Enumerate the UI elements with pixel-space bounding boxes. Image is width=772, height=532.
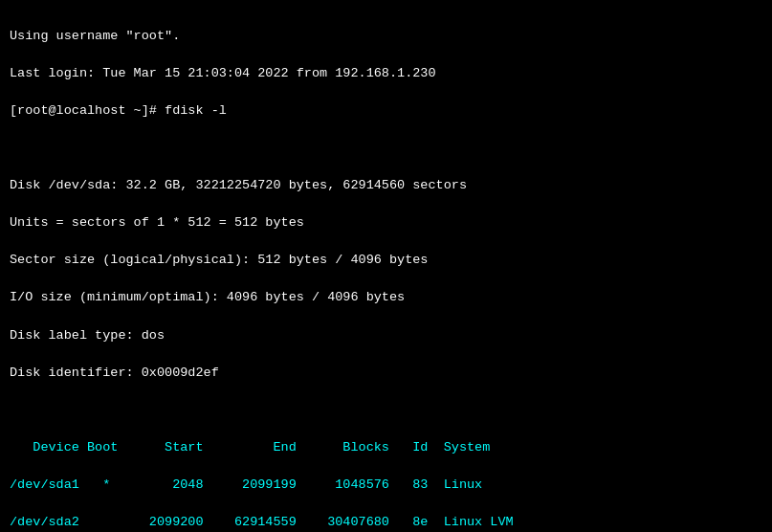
line-units-sda: Units = sectors of 1 * 512 = 512 bytes xyxy=(10,215,304,230)
line-io-sda: I/O size (minimum/optimal): 4096 bytes /… xyxy=(10,290,405,304)
line-label-type: Disk label type: dos xyxy=(10,328,165,343)
prompt-1: [root@localhost ~]# xyxy=(10,103,165,118)
line-lastlogin: Last login: Tue Mar 15 21:03:04 2022 fro… xyxy=(10,66,436,80)
table-row-sda2: /dev/sda2 2099200 62914559 30407680 8e L… xyxy=(10,515,514,529)
line-identifier: Disk identifier: 0x0009d2ef xyxy=(10,366,219,380)
line-sector-sda: Sector size (logical/physical): 512 byte… xyxy=(10,253,428,267)
table-row-sda1: /dev/sda1 * 2048 2099199 1048576 83 Linu… xyxy=(10,477,482,492)
line-username: Using username "root". xyxy=(10,29,180,43)
line-disk-sda: Disk /dev/sda: 32.2 GB, 32212254720 byte… xyxy=(10,178,467,192)
table-header: Device Boot Start End Blocks Id System xyxy=(10,440,490,454)
cmd-1: fdisk -l xyxy=(165,103,227,118)
terminal-window: Using username "root". Last login: Tue M… xyxy=(0,0,772,532)
